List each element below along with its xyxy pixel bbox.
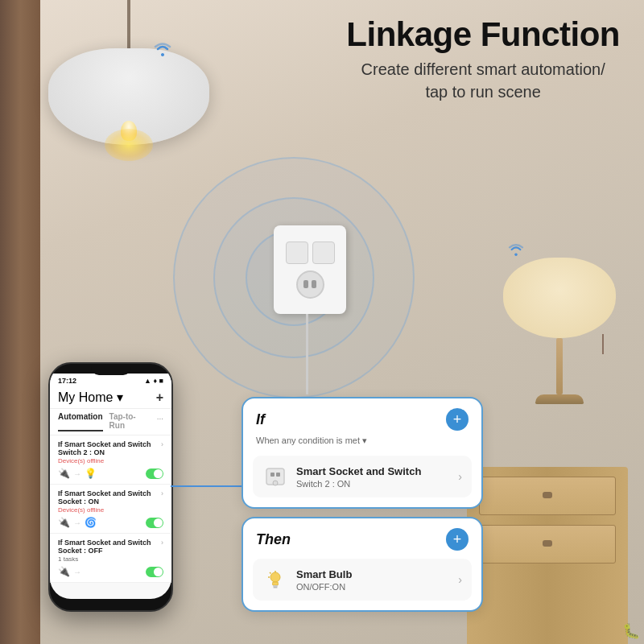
- if-card-plus-button[interactable]: +: [446, 408, 469, 431]
- page-title: Linkage Function: [346, 16, 620, 53]
- phone-home-label[interactable]: My Home ▾: [58, 390, 123, 405]
- lamp-pull-cord: [602, 334, 604, 354]
- if-card-item[interactable]: Smart Socket and Switch Switch 2 : ON ›: [253, 456, 472, 497]
- then-card-item-title: Smart Bulb: [296, 568, 450, 580]
- page-subtitle: Create different smart automation/tap to…: [346, 58, 620, 103]
- phone-status-icons: ▲ ♦ ■: [144, 377, 163, 385]
- phone-header: My Home ▾ +: [50, 386, 171, 409]
- arrow-line: [171, 485, 243, 487]
- table-lamp-foot: [535, 394, 584, 404]
- phone-tabs: Automation Tap-to-Run ...: [50, 409, 171, 436]
- if-card-header: If +: [243, 398, 481, 436]
- title-area: Linkage Function Create different smart …: [346, 16, 620, 103]
- table-lamp-shade: [503, 258, 616, 338]
- cabinet-knob-2: [543, 540, 552, 547]
- phone-item-2-toggle[interactable]: [146, 518, 163, 528]
- svg-line-8: [270, 572, 271, 574]
- phone-item-1-arrow[interactable]: ›: [161, 440, 163, 448]
- svg-rect-6: [274, 587, 278, 588]
- svg-rect-2: [276, 473, 280, 477]
- phone-item-1-icons: 🔌 → 💡: [58, 468, 163, 479]
- if-card-item-chevron: ›: [458, 470, 462, 483]
- if-card-item-title: Smart Socket and Switch: [296, 465, 450, 477]
- phone-item-1: If Smart Socket and Switch Switch 2 : ON…: [50, 436, 171, 485]
- phone-status-bar: 17:12 ▲ ♦ ■: [50, 374, 171, 386]
- plug-hole-1: [303, 280, 308, 288]
- lamp-shade: [48, 48, 209, 145]
- tab-automation[interactable]: Automation: [58, 412, 103, 431]
- wifi-lamp-icon: [153, 40, 172, 61]
- wall-switch: [274, 225, 346, 314]
- if-card-condition[interactable]: When any condition is met ▾: [243, 436, 481, 452]
- then-card-title: Then: [256, 531, 291, 548]
- phone-screen: 17:12 ▲ ♦ ■ My Home ▾ + Automation Tap-t…: [50, 374, 171, 599]
- if-card-item-text: Smart Socket and Switch Switch 2 : ON: [296, 465, 450, 489]
- then-card-plus-button[interactable]: +: [446, 528, 469, 551]
- if-card-item-sub: Switch 2 : ON: [296, 479, 450, 489]
- switch-plate: [274, 225, 346, 314]
- then-card-item[interactable]: Smart Bulb ON/OFF:ON ›: [253, 559, 472, 601]
- phone-item-1-toggle[interactable]: [146, 469, 163, 479]
- cards-area: If + When any condition is met ▾ Smart S…: [242, 397, 483, 612]
- then-card-item-sub: ON/OFF:ON: [296, 582, 450, 592]
- svg-rect-5: [273, 585, 278, 587]
- if-card-item-icon: [262, 464, 288, 489]
- phone-item-2-sub: Device(s) offline: [58, 506, 161, 514]
- ceiling-lamp: [48, 0, 209, 145]
- lamp-cord: [127, 0, 130, 48]
- corner-decoration: 🐛: [622, 622, 640, 640]
- phone-mockup: 17:12 ▲ ♦ ■ My Home ▾ + Automation Tap-t…: [48, 362, 173, 612]
- then-card-item-chevron: ›: [458, 573, 462, 586]
- cabinet-knob-1: [543, 492, 552, 498]
- if-card: If + When any condition is met ▾ Smart S…: [242, 397, 483, 509]
- phone-item-1-title: If Smart Socket and Switch Switch 2 : ON: [58, 440, 161, 456]
- phone-item-3-title: If Smart Socket and Switch Socket : OFF: [58, 539, 161, 555]
- phone-time: 17:12: [58, 377, 76, 385]
- phone-item-3-icons: 🔌 →: [58, 566, 163, 577]
- phone-item-2: If Smart Socket and Switch Socket : ON D…: [50, 485, 171, 534]
- switch-btn-1: [286, 242, 308, 264]
- lamp-glow: [105, 129, 153, 161]
- switch-btn-2: [312, 242, 335, 264]
- phone-notch: [91, 364, 131, 375]
- cabinet: [467, 467, 628, 644]
- phone-item-2-arrow[interactable]: ›: [161, 489, 163, 497]
- table-lamp-base: [556, 338, 563, 394]
- cabinet-drawer-2: [479, 525, 616, 564]
- then-card-item-icon: [262, 567, 288, 592]
- svg-point-4: [270, 572, 280, 582]
- svg-point-3: [273, 481, 278, 485]
- then-card-header: Then +: [243, 518, 481, 555]
- phone-item-2-title: If Smart Socket and Switch Socket : ON: [58, 489, 161, 506]
- phone-item-2-icons: 🔌 → 🌀: [58, 517, 163, 528]
- connector-arrow: [171, 485, 251, 487]
- svg-rect-1: [270, 473, 275, 477]
- switch-buttons: [286, 242, 335, 264]
- switch-plug: [296, 270, 324, 299]
- if-card-title: If: [256, 411, 265, 428]
- phone-item-3-arrow[interactable]: ›: [161, 539, 163, 547]
- phone-more-btn[interactable]: ...: [157, 412, 163, 431]
- door-frame: [0, 0, 40, 644]
- phone-item-1-sub: Device(s) offline: [58, 457, 161, 464]
- phone-item-3: If Smart Socket and Switch Socket : OFF …: [50, 534, 171, 583]
- switch-cord: [306, 314, 308, 394]
- phone-add-icon[interactable]: +: [156, 390, 163, 405]
- table-lamp: [491, 258, 628, 404]
- phone-item-3-sub: 1 tasks: [58, 555, 161, 563]
- plug-hole-2: [312, 280, 316, 288]
- phone-item-3-toggle[interactable]: [146, 567, 163, 577]
- then-card: Then + Smart Bulb ON/OFF:ON ›: [242, 517, 483, 612]
- cabinet-drawer-1: [479, 477, 616, 515]
- tab-taptorun[interactable]: Tap-to-Run: [109, 412, 151, 431]
- then-card-item-text: Smart Bulb ON/OFF:ON: [296, 568, 450, 592]
